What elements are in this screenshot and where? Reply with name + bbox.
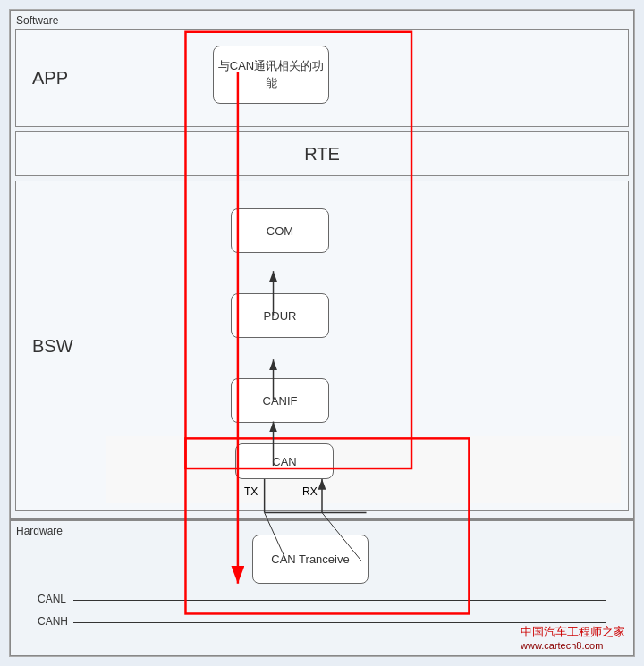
software-section: Software APP 与CAN通讯相关的功能 RTE BSW COM PDU… — [10, 10, 634, 519]
can-module-box: CAN — [235, 443, 334, 479]
app-row: APP 与CAN通讯相关的功能 — [15, 29, 629, 127]
bsw-label: BSW — [32, 336, 73, 357]
canh-line — [73, 622, 606, 623]
hardware-label: Hardware — [16, 525, 63, 537]
rte-label: RTE — [304, 144, 340, 164]
canl-line — [73, 600, 606, 601]
watermark: 中国汽车工程师之家 www.cartech8.com — [521, 624, 625, 651]
canif-module-box: CANIF — [231, 378, 329, 423]
app-label: APP — [32, 68, 68, 89]
software-label: Software — [16, 14, 58, 27]
rx-label: RX — [302, 485, 318, 498]
rte-row: RTE — [15, 131, 629, 176]
main-container: Software APP 与CAN通讯相关的功能 RTE BSW COM PDU… — [9, 9, 635, 657]
canh-label: CANH — [38, 615, 68, 628]
pdur-module-box: PDUR — [231, 293, 329, 338]
bsw-row: BSW COM PDUR CANIF CAN TX RX — [15, 181, 629, 511]
can-subsection: CAN TX RX — [106, 436, 621, 503]
app-function-box: 与CAN通讯相关的功能 — [213, 46, 329, 104]
canl-label: CANL — [38, 593, 66, 605]
can-tranceive-box: CAN Tranceive — [252, 535, 369, 584]
com-module-box: COM — [231, 208, 329, 253]
tx-label: TX — [244, 485, 258, 498]
